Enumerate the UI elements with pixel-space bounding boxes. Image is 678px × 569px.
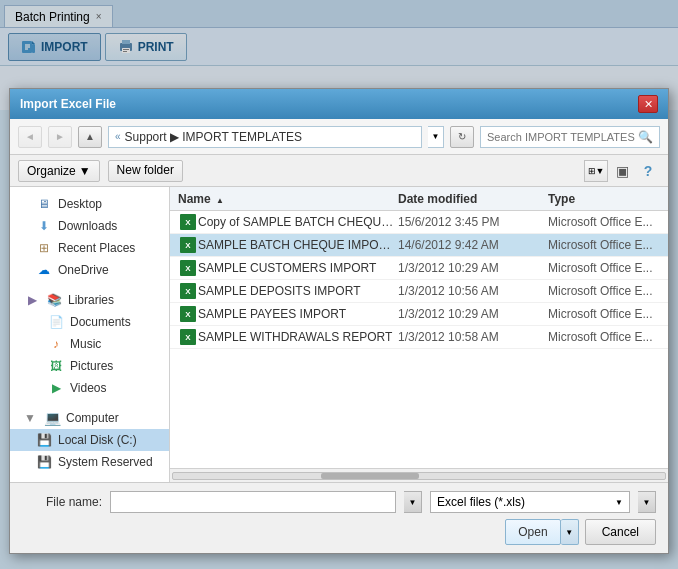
new-folder-button[interactable]: New folder (108, 160, 183, 182)
filetype-dropdown-button[interactable]: ▼ (638, 491, 656, 513)
new-folder-label: New folder (117, 163, 174, 177)
modal-overlay: Import Excel File ✕ ◄ ► ▲ « Support ▶ (0, 0, 678, 569)
desktop-icon: 🖥 (36, 196, 52, 212)
horizontal-scrollbar[interactable] (170, 468, 668, 482)
nav-computer[interactable]: ▼ 💻 Computer (10, 407, 169, 429)
libraries-icon: ▶ (24, 292, 40, 308)
file-toolbar: Organize ▼ New folder ⊞▼ ▣ ? (10, 155, 668, 187)
file-type: Microsoft Office E... (548, 238, 668, 252)
col-name-label: Name (178, 192, 211, 206)
close-icon: ✕ (644, 98, 653, 111)
videos-icon: ▶ (48, 380, 64, 396)
nav-system-reserved[interactable]: 💾 System Reserved (10, 451, 169, 473)
view-grid-icon: ⊞▼ (588, 166, 605, 176)
file-excel-icon: X (178, 283, 198, 299)
computer-icon: 💻 (44, 410, 60, 426)
nav-local-disk[interactable]: 💾 Local Disk (C:) (10, 429, 169, 451)
file-row[interactable]: X SAMPLE PAYEES IMPORT 1/3/2012 10:29 AM… (170, 303, 668, 326)
search-input[interactable] (487, 131, 638, 143)
filetype-select[interactable]: Excel files (*.xls) ▼ (430, 491, 630, 513)
col-name-header[interactable]: Name ▲ (170, 192, 398, 206)
up-button[interactable]: ▲ (78, 126, 102, 148)
filename-dropdown-icon: ▼ (409, 498, 417, 507)
file-date: 1/3/2012 10:29 AM (398, 261, 548, 275)
file-row[interactable]: X SAMPLE DEPOSITS IMPORT 1/3/2012 10:56 … (170, 280, 668, 303)
library-icon: 📚 (46, 292, 62, 308)
file-date: 1/3/2012 10:29 AM (398, 307, 548, 321)
left-panel: 🖥 Desktop ⬇ Downloads ⊞ Recent Places ☁ … (10, 187, 170, 482)
back-button[interactable]: ◄ (18, 126, 42, 148)
open-split-icon: ▼ (565, 528, 573, 537)
refresh-button[interactable]: ↻ (450, 126, 474, 148)
forward-button[interactable]: ► (48, 126, 72, 148)
file-row[interactable]: X SAMPLE CUSTOMERS IMPORT 1/3/2012 10:29… (170, 257, 668, 280)
dialog-bottom: File name: ▼ Excel files (*.xls) ▼ ▼ (10, 483, 668, 553)
nav-libraries[interactable]: ▶ 📚 Libraries (10, 289, 169, 311)
recent-icon: ⊞ (36, 240, 52, 256)
computer-expand-icon: ▼ (22, 410, 38, 426)
nav-desktop[interactable]: 🖥 Desktop (10, 193, 169, 215)
filename-label: File name: (22, 495, 102, 509)
nav-pictures[interactable]: 🖼 Pictures (10, 355, 169, 377)
nav-music[interactable]: ♪ Music (10, 333, 169, 355)
nav-recent[interactable]: ⊞ Recent Places (10, 237, 169, 259)
file-type: Microsoft Office E... (548, 215, 668, 229)
view-controls: ⊞▼ ▣ ? (584, 160, 660, 182)
filetype-label: Excel files (*.xls) (437, 495, 525, 509)
organize-arrow: ▼ (79, 164, 91, 178)
file-date: 15/6/2012 3:45 PM (398, 215, 548, 229)
search-box: 🔍 (480, 126, 660, 148)
nav-onedrive-label: OneDrive (58, 263, 109, 277)
app-window: Batch Printing × IMPORT P (0, 0, 678, 569)
pictures-icon: 🖼 (48, 358, 64, 374)
search-icon[interactable]: 🔍 (638, 130, 653, 144)
nav-documents[interactable]: 📄 Documents (10, 311, 169, 333)
breadcrumb-dropdown[interactable]: ▼ (428, 126, 444, 148)
breadcrumb[interactable]: « Support ▶ IMPORT TEMPLATES (108, 126, 422, 148)
scroll-track (172, 472, 666, 480)
organize-button[interactable]: Organize ▼ (18, 160, 100, 182)
dialog-close-button[interactable]: ✕ (638, 95, 658, 113)
open-button[interactable]: Open (505, 519, 560, 545)
music-icon: ♪ (48, 336, 64, 352)
file-row[interactable]: X SAMPLE BATCH CHEQUE IMPORT 14/6/2012 9… (170, 234, 668, 257)
nav-onedrive[interactable]: ☁ OneDrive (10, 259, 169, 281)
file-excel-icon: X (178, 214, 198, 230)
file-row[interactable]: X Copy of SAMPLE BATCH CHEQUE IMPO... 15… (170, 211, 668, 234)
help-button[interactable]: ? (636, 160, 660, 182)
file-name: SAMPLE CUSTOMERS IMPORT (198, 261, 398, 275)
col-type-header[interactable]: Type (548, 192, 668, 206)
file-type: Microsoft Office E... (548, 307, 668, 321)
col-date-header[interactable]: Date modified (398, 192, 548, 206)
filename-dropdown-button[interactable]: ▼ (404, 491, 422, 513)
file-excel-icon: X (178, 260, 198, 276)
scroll-thumb (321, 473, 419, 479)
nav-recent-label: Recent Places (58, 241, 135, 255)
view-grid-button[interactable]: ⊞▼ (584, 160, 608, 182)
file-date: 1/3/2012 10:56 AM (398, 284, 548, 298)
open-label: Open (518, 525, 547, 539)
nav-local-disk-label: Local Disk (C:) (58, 433, 137, 447)
file-name: SAMPLE PAYEES IMPORT (198, 307, 398, 321)
file-excel-icon: X (178, 237, 198, 253)
open-button-group: Open ▼ (505, 519, 578, 545)
view-preview-button[interactable]: ▣ (610, 160, 634, 182)
help-icon: ? (644, 163, 653, 179)
right-panel: Name ▲ Date modified Type (170, 187, 668, 482)
file-date: 14/6/2012 9:42 AM (398, 238, 548, 252)
open-split-button[interactable]: ▼ (561, 519, 579, 545)
filename-row: File name: ▼ Excel files (*.xls) ▼ ▼ (22, 491, 656, 513)
file-row[interactable]: X SAMPLE WITHDRAWALS REPORT 1/3/2012 10:… (170, 326, 668, 349)
nav-system-reserved-label: System Reserved (58, 455, 153, 469)
col-type-label: Type (548, 192, 575, 206)
filename-input[interactable] (110, 491, 396, 513)
file-type: Microsoft Office E... (548, 330, 668, 344)
address-bar: ◄ ► ▲ « Support ▶ IMPORT TEMPLATES ▼ ↻ (10, 119, 668, 155)
forward-icon: ► (55, 131, 65, 142)
breadcrumb-text: Support ▶ IMPORT TEMPLATES (125, 130, 303, 144)
cancel-button[interactable]: Cancel (585, 519, 656, 545)
col-name-sort: ▲ (216, 196, 224, 205)
nav-videos[interactable]: ▶ Videos (10, 377, 169, 399)
nav-downloads[interactable]: ⬇ Downloads (10, 215, 169, 237)
downloads-icon: ⬇ (36, 218, 52, 234)
